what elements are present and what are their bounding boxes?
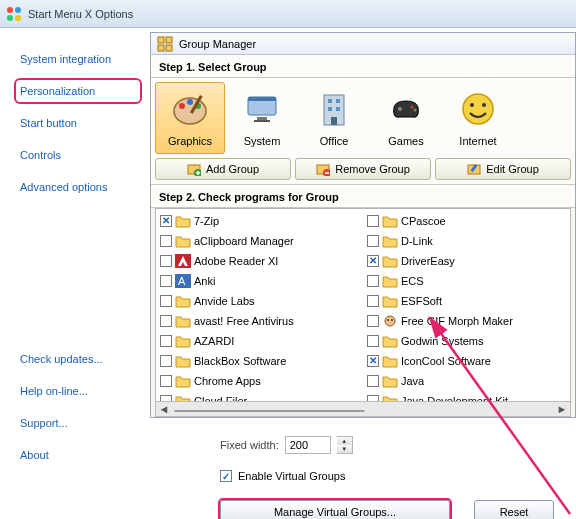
program-row[interactable]: Free GIF Morph Maker [367,311,570,331]
svg-point-38 [385,316,395,326]
program-icon [175,314,191,328]
program-checkbox[interactable] [367,375,379,387]
program-row[interactable]: Anvide Labs [160,291,363,311]
program-checkbox[interactable] [160,315,172,327]
program-row[interactable]: Godwin Systems [367,331,570,351]
program-name: avast! Free Antivirus [194,315,294,327]
fixed-width-input[interactable] [285,436,331,454]
nav-personalization[interactable]: Personalization [14,78,142,104]
program-name: ESFSoft [401,295,442,307]
scroll-thumb[interactable] [174,410,365,412]
group-system[interactable]: System [227,82,297,154]
program-checkbox[interactable] [367,215,379,227]
program-checkbox[interactable] [160,355,172,367]
edit-icon [467,162,481,176]
svg-point-2 [7,15,13,21]
program-name: 7-Zip [194,215,219,227]
program-list: ✕7-ZipaClipboard ManagerAdobe Reader XIA… [155,208,571,413]
program-row[interactable]: ESFSoft [367,291,570,311]
nav-about[interactable]: About [14,442,142,468]
program-icon [382,314,398,328]
remove-group-button[interactable]: Remove Group [295,158,431,180]
program-name: aClipboard Manager [194,235,294,247]
monitor-icon [242,89,282,129]
add-icon [187,162,201,176]
program-row[interactable]: AAnki [160,271,363,291]
group-manager-titlebar[interactable]: Group Manager [151,33,575,55]
svg-point-24 [411,106,414,109]
edit-group-label: Edit Group [486,163,539,175]
program-icon [175,234,191,248]
program-name: CPascoe [401,215,446,227]
program-checkbox[interactable]: ✕ [160,215,172,227]
program-icon [382,354,398,368]
program-row[interactable]: ✕7-Zip [160,211,363,231]
program-checkbox[interactable] [367,235,379,247]
program-row[interactable]: ✕IconCool Software [367,351,570,371]
nav-system-integration[interactable]: System integration [14,46,142,72]
group-manager-icon [157,36,173,52]
enable-virtual-groups-checkbox[interactable]: ✓ [220,470,232,482]
svg-point-26 [463,94,493,124]
nav-advanced-options[interactable]: Advanced options [14,174,142,200]
program-checkbox[interactable] [367,295,379,307]
program-checkbox[interactable]: ✕ [367,355,379,367]
scroll-right-arrow[interactable]: ► [554,402,570,416]
program-row[interactable]: avast! Free Antivirus [160,311,363,331]
group-manager-window: Group Manager Step 1. Select Group Graph… [150,32,576,418]
program-checkbox[interactable] [160,375,172,387]
program-checkbox[interactable] [160,275,172,287]
titlebar: Start Menu X Options [0,0,576,28]
nav-start-button[interactable]: Start button [14,110,142,136]
nav-check-updates[interactable]: Check updates... [14,346,142,372]
manage-virtual-groups-label: Manage Virtual Groups... [274,506,396,518]
program-checkbox[interactable] [160,295,172,307]
program-row[interactable]: Java [367,371,570,391]
enable-virtual-groups-label: Enable Virtual Groups [238,470,345,482]
program-row[interactable]: D-Link [367,231,570,251]
group-internet[interactable]: Internet [443,82,513,154]
svg-rect-18 [328,99,332,103]
reset-button[interactable]: Reset [474,500,554,519]
manage-virtual-groups-button[interactable]: Manage Virtual Groups... [220,500,450,519]
program-row[interactable]: AZARDI [160,331,363,351]
nav-help-online[interactable]: Help on-line... [14,378,142,404]
program-row[interactable]: ✕DriverEasy [367,251,570,271]
program-checkbox[interactable] [160,235,172,247]
horizontal-scrollbar[interactable]: ◄ ► [155,401,571,417]
program-name: Anki [194,275,215,287]
program-row[interactable]: BlackBox Software [160,351,363,371]
program-checkbox[interactable] [160,335,172,347]
program-checkbox[interactable] [160,255,172,267]
group-office[interactable]: Office [299,82,369,154]
svg-rect-22 [331,117,337,125]
svg-point-23 [398,107,402,111]
add-group-button[interactable]: Add Group [155,158,291,180]
program-icon [382,234,398,248]
fixed-width-spinner[interactable]: ▲▼ [337,436,353,454]
edit-group-button[interactable]: Edit Group [435,158,571,180]
nav-support[interactable]: Support... [14,410,142,436]
program-row[interactable]: ECS [367,271,570,291]
nav-controls[interactable]: Controls [14,142,142,168]
program-checkbox[interactable]: ✕ [367,255,379,267]
svg-rect-14 [248,97,276,101]
svg-point-25 [414,109,417,112]
group-games[interactable]: Games [371,82,441,154]
program-name: Anvide Labs [194,295,255,307]
program-row[interactable]: Chrome Apps [160,371,363,391]
program-row[interactable]: CPascoe [367,211,570,231]
program-row[interactable]: Adobe Reader XI [160,251,363,271]
scroll-left-arrow[interactable]: ◄ [156,402,172,416]
svg-rect-20 [328,107,332,111]
group-label: Graphics [156,135,224,147]
program-checkbox[interactable] [367,315,379,327]
program-icon [175,354,191,368]
program-checkbox[interactable] [367,275,379,287]
svg-point-27 [470,103,474,107]
group-graphics[interactable]: Graphics [155,82,225,154]
svg-point-10 [187,99,193,105]
group-bar: Graphics System Office Games Internet [151,78,575,156]
program-row[interactable]: aClipboard Manager [160,231,363,251]
program-checkbox[interactable] [367,335,379,347]
